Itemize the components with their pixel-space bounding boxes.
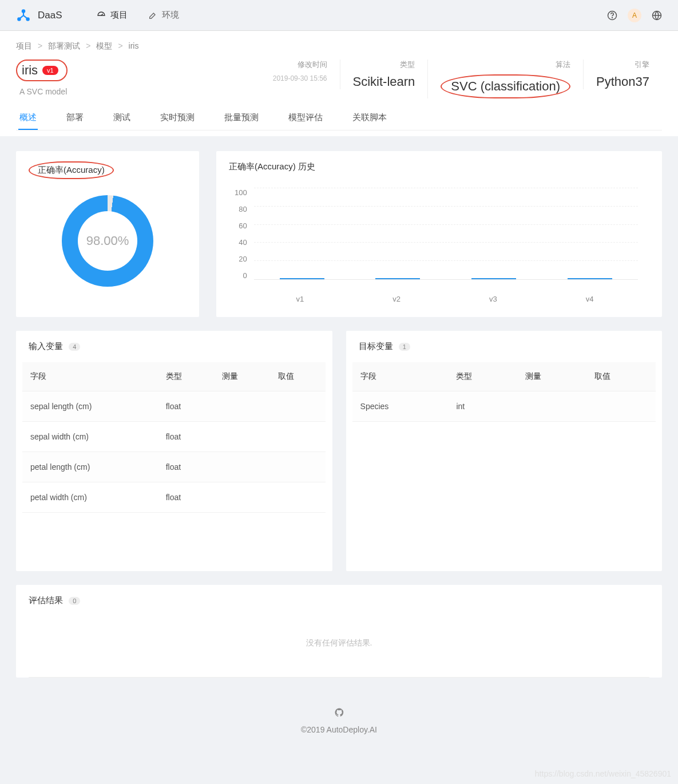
- row-variables: 输入变量 4 字段 类型 测量 取值 sepal length (cm)floa…: [16, 331, 662, 571]
- table-row[interactable]: sepal length (cm)float: [22, 391, 326, 422]
- breadcrumb: 项目 > 部署测试 > 模型 > iris: [16, 41, 662, 52]
- input-vars-table: 字段 类型 测量 取值 sepal length (cm)floatsepal …: [22, 362, 326, 513]
- eval-title: 评估结果: [29, 595, 63, 605]
- header-row: iris v1 A SVC model 修改时间 2019-09-30 15:5…: [16, 60, 662, 98]
- cell-measure: [214, 452, 270, 482]
- cell-value: [270, 391, 326, 422]
- meta-type: 类型 Scikit-learn: [340, 60, 428, 89]
- chart-bar[interactable]: [279, 278, 325, 279]
- meta-value: SVC (classification): [441, 74, 570, 98]
- cell-value: [586, 391, 656, 422]
- svg-point-0: [22, 10, 25, 12]
- nav: 项目 环境: [97, 10, 179, 21]
- target-vars-count: 1: [399, 343, 410, 351]
- card-header: 正确率(Accuracy) 历史: [216, 151, 662, 183]
- breadcrumb-item[interactable]: 部署测试: [48, 41, 80, 52]
- nav-env[interactable]: 环境: [148, 10, 179, 21]
- table-row[interactable]: sepal width (cm)float: [22, 422, 326, 452]
- brand[interactable]: DaaS: [16, 8, 62, 23]
- cell-value: [270, 452, 326, 482]
- tab-batch[interactable]: 批量预测: [223, 106, 260, 130]
- col-type: 类型: [448, 362, 517, 391]
- chart-bar[interactable]: [375, 278, 421, 279]
- card-body: 100806040200 v1v2v3v4: [216, 183, 662, 317]
- meta-value: 2019-09-30 15:56: [273, 74, 327, 82]
- cell-type: float: [158, 452, 214, 482]
- chart-xaxis: v1v2v3v4: [229, 295, 649, 303]
- cell-measure: [214, 391, 270, 422]
- chart-bar[interactable]: [471, 278, 517, 279]
- meta-value: Python37: [596, 74, 649, 89]
- help-icon[interactable]: [607, 10, 617, 21]
- dashboard-icon: [97, 11, 106, 20]
- model-name-highlight: iris v1: [16, 60, 68, 81]
- tab-test[interactable]: 测试: [112, 106, 132, 130]
- eval-empty: 没有任何评估结果.: [29, 616, 649, 678]
- svg-point-2: [26, 18, 29, 20]
- chart-bars: [254, 188, 638, 279]
- meta-label: 引擎: [596, 60, 649, 70]
- col-value: 取值: [586, 362, 656, 391]
- nav-project[interactable]: 项目: [97, 10, 128, 21]
- svg-point-1: [18, 18, 20, 20]
- card-body: 98.00%: [16, 189, 199, 297]
- col-type: 类型: [158, 362, 214, 391]
- globe-icon[interactable]: [652, 10, 662, 21]
- eval-card: 评估结果 0 没有任何评估结果.: [16, 585, 662, 678]
- cell-field: sepal length (cm): [22, 391, 158, 422]
- tab-realtime[interactable]: 实时预测: [159, 106, 196, 130]
- meta-engine: 引擎 Python37: [583, 60, 662, 89]
- tab-overview[interactable]: 概述: [18, 106, 38, 130]
- model-subtitle: A SVC model: [19, 87, 68, 96]
- github-icon[interactable]: [334, 707, 344, 718]
- breadcrumb-item[interactable]: 模型: [96, 41, 112, 52]
- avatar-initial: A: [632, 11, 637, 19]
- brand-name: DaaS: [38, 10, 62, 21]
- history-card: 正确率(Accuracy) 历史 100806040200 v1v2v3v4: [216, 151, 662, 317]
- breadcrumb-sep: >: [38, 41, 42, 52]
- topbar: DaaS 项目 环境 A: [0, 0, 678, 31]
- cell-measure: [214, 482, 270, 513]
- tab-scripts[interactable]: 关联脚本: [351, 106, 388, 130]
- cell-type: float: [158, 391, 214, 422]
- cell-value: [270, 482, 326, 513]
- cards-wrap: 正确率(Accuracy) 98.00% 正确率(Accuracy) 历史 10…: [0, 136, 678, 692]
- meta-modified: 修改时间 2019-09-30 15:56: [260, 60, 340, 82]
- model-name: iris: [22, 63, 38, 78]
- title-block: iris v1 A SVC model: [16, 60, 68, 96]
- table-row[interactable]: petal width (cm)float: [22, 482, 326, 513]
- col-field: 字段: [22, 362, 158, 391]
- meta-label: 修改时间: [273, 60, 327, 70]
- table-row[interactable]: Speciesint: [352, 391, 656, 422]
- input-vars-card: 输入变量 4 字段 类型 测量 取值 sepal length (cm)floa…: [16, 331, 332, 571]
- cell-measure: [214, 422, 270, 452]
- card-header: 输入变量 4: [16, 331, 332, 362]
- meta: 修改时间 2019-09-30 15:56 类型 Scikit-learn 算法…: [260, 60, 662, 98]
- breadcrumb-item[interactable]: 项目: [16, 41, 32, 52]
- avatar[interactable]: A: [628, 9, 641, 22]
- table-row[interactable]: petal length (cm)float: [22, 452, 326, 482]
- chart-bar[interactable]: [567, 278, 613, 279]
- chart-xlabel: v4: [567, 295, 613, 303]
- row-metrics: 正确率(Accuracy) 98.00% 正确率(Accuracy) 历史 10…: [16, 151, 662, 317]
- chart-xlabel: v2: [374, 295, 419, 303]
- accuracy-value: 98.00%: [78, 211, 137, 271]
- content-header: 项目 > 部署测试 > 模型 > iris iris v1 A SVC mode…: [0, 31, 678, 136]
- cell-type: float: [158, 422, 214, 452]
- footer: ©2019 AutoDeploy.AI: [0, 692, 678, 754]
- cell-field: petal length (cm): [22, 452, 158, 482]
- tabs: 概述 部署 测试 实时预测 批量预测 模型评估 关联脚本: [16, 106, 662, 130]
- accuracy-title-highlight: 正确率(Accuracy): [29, 161, 114, 179]
- cell-type: float: [158, 482, 214, 513]
- card-header: 目标变量 1: [346, 331, 663, 362]
- footer-copyright: ©2019 AutoDeploy.AI: [0, 725, 678, 734]
- chart-yaxis: 100806040200: [235, 188, 254, 280]
- tab-eval[interactable]: 模型评估: [287, 106, 324, 130]
- tab-deploy[interactable]: 部署: [65, 106, 85, 130]
- nav-project-label: 项目: [110, 10, 128, 21]
- chart-xlabel: v1: [277, 295, 323, 303]
- history-chart: 100806040200: [229, 188, 649, 291]
- algo-highlight: SVC (classification): [441, 74, 570, 98]
- cell-value: [270, 422, 326, 452]
- accuracy-card: 正确率(Accuracy) 98.00%: [16, 151, 199, 317]
